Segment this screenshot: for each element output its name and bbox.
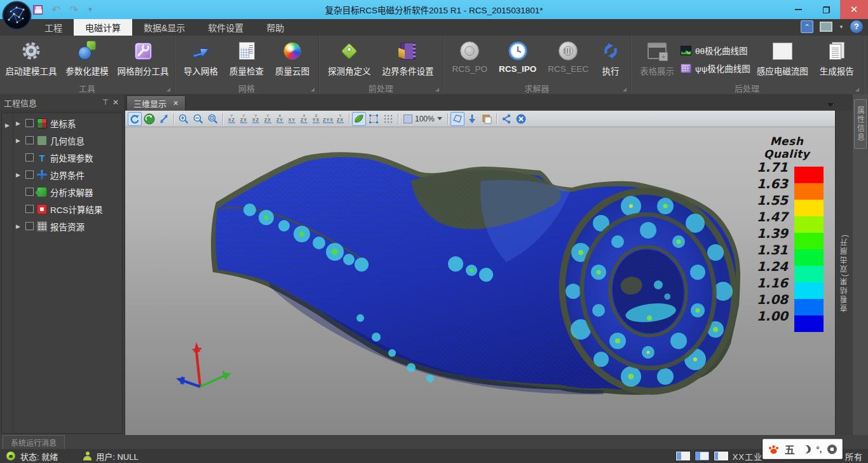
share-flow-button[interactable] (499, 112, 513, 126)
tab-close-icon[interactable]: ✕ (173, 99, 179, 107)
execute-button[interactable]: 执行 (595, 38, 627, 80)
view-orientation-button[interactable]: YZX (334, 113, 346, 125)
tab-em-computation[interactable]: 电磁计算 (74, 19, 132, 36)
tree-root-gutter[interactable]: ▶ (2, 113, 13, 433)
pin-icon[interactable]: ⊤ (100, 98, 111, 107)
tree-checkbox[interactable] (25, 119, 34, 127)
ime-mode-label[interactable]: 五 (785, 441, 795, 457)
view-orientation-button[interactable]: XZY (274, 113, 286, 125)
view-orientation-button[interactable]: ZYX (310, 113, 322, 125)
tree-checkbox[interactable] (25, 136, 34, 144)
layout-narrow-panel-icon[interactable] (714, 451, 729, 461)
display-dropdown-icon[interactable]: ▼ (839, 24, 844, 30)
tree-item[interactable]: ▶ 报告资源 (13, 218, 122, 235)
collapse-ribbon-icon[interactable]: ⌃ (801, 20, 813, 33)
tree-checkbox[interactable] (25, 222, 34, 230)
generate-report-button[interactable]: 生成报告 (815, 38, 859, 80)
tree-item[interactable]: ▶ 边界条件 (13, 166, 122, 183)
orbit-view-button[interactable] (142, 112, 156, 126)
rcs-ipo-button[interactable]: RCS_IPO (494, 38, 541, 80)
ime-paw-icon[interactable] (768, 445, 779, 454)
minimize-button[interactable] (784, 0, 812, 19)
expander-icon[interactable]: ▶ (16, 172, 22, 178)
mesh-partition-tool-button[interactable]: 网格剖分工具 (116, 38, 170, 80)
copy-view-button[interactable] (480, 112, 494, 126)
restore-button[interactable] (812, 0, 840, 19)
tab-3d-display[interactable]: 三维显示✕ (126, 95, 186, 111)
arrow-down-button[interactable] (465, 112, 479, 126)
close-view-button[interactable] (514, 112, 528, 126)
quality-cloud-button[interactable]: 质量云图 (270, 38, 315, 80)
view-orientation-button[interactable]: ZYX (322, 113, 334, 125)
view-orientation-button[interactable]: YZX (262, 113, 274, 125)
zoom-level-value: 100% (415, 114, 435, 123)
close-button[interactable]: ✕ (840, 0, 868, 19)
tree-item[interactable]: ▶ 前处理参数 (13, 149, 122, 166)
import-mesh-button[interactable]: 导入网格 (179, 38, 223, 80)
tab-project[interactable]: 工程 (33, 19, 74, 36)
status-ready-icon (6, 452, 15, 460)
panel-close-icon[interactable]: ✕ (111, 98, 121, 107)
pan-view-button[interactable] (157, 112, 171, 126)
tab-data-display[interactable]: 数据&显示 (132, 19, 196, 36)
layout-split-panel-icon[interactable] (695, 451, 710, 461)
layout-left-panel-icon[interactable] (675, 451, 691, 461)
tab-help[interactable]: 帮助 (255, 19, 295, 36)
tree-checkbox[interactable] (25, 205, 34, 213)
tree-item[interactable]: ▶ 分析求解器 (13, 183, 122, 200)
expander-icon[interactable]: ▶ (16, 120, 22, 127)
launch-modeling-tool-button[interactable]: 启动建模工具 (4, 38, 58, 80)
points-mode-button[interactable] (381, 112, 395, 126)
rcs-po-button[interactable]: RCS_PO (447, 38, 493, 80)
view-orientation-button[interactable]: XZY (298, 113, 310, 125)
tree-checkbox[interactable] (25, 170, 34, 179)
tree-checkbox[interactable] (25, 153, 34, 162)
zoom-level-control[interactable]: 100% (401, 114, 445, 123)
zoom-in-icon[interactable] (177, 112, 191, 126)
zoom-out-icon[interactable] (191, 112, 205, 126)
collapsed-results-panel[interactable]: 查看结果(双击展开) (835, 111, 853, 435)
psi-polarization-curve-button[interactable]: ψψ极化曲线图 (681, 62, 750, 74)
help-icon[interactable]: ? (850, 20, 863, 33)
theta-polarization-curve-button[interactable]: θθ极化曲线图 (681, 44, 750, 57)
tree-item[interactable]: ▶ 坐标系 (13, 114, 122, 132)
expander-icon[interactable]: ▶ (16, 137, 22, 144)
boundary-condition-settings-button[interactable]: 边界条件设置 (377, 38, 439, 80)
panel-title: 工程信息 (4, 97, 100, 109)
wireframe-mode-button[interactable] (367, 112, 381, 126)
rotate-view-button[interactable] (128, 112, 142, 126)
zoom-fit-icon[interactable] (206, 112, 220, 126)
probe-angle-define-button[interactable]: 探测角定义 (323, 38, 376, 80)
polygon-select-button[interactable] (451, 112, 465, 126)
tree-item[interactable]: ▶ 几何信息 (13, 132, 122, 149)
tree-checkbox[interactable] (25, 188, 34, 196)
legend-value: 1.08 (747, 292, 788, 308)
parametric-modeling-button[interactable]: 参数化建模 (60, 38, 114, 80)
photo-icon (771, 40, 793, 62)
view-orientation-button[interactable]: YXZ (250, 113, 262, 125)
ime-gear-icon[interactable] (827, 445, 837, 454)
group-label-mesh: 网格 (238, 82, 255, 94)
view-orientation-button[interactable]: YXZ (226, 113, 238, 125)
viewport-3d[interactable]: Mesh Quality 1.71 (125, 127, 835, 435)
zoom-dropdown-icon[interactable] (437, 117, 442, 120)
induced-current-map-button[interactable]: 感应电磁流图 (752, 38, 813, 80)
rcs-eec-button[interactable]: RCS_EEC (543, 38, 593, 80)
tab-overflow-icon[interactable] (827, 103, 834, 107)
shaded-mode-button[interactable] (352, 112, 366, 126)
view-orientation-button[interactable]: XY (286, 113, 298, 125)
ime-toolbar[interactable]: 五 °, (763, 439, 843, 459)
ime-punctuation-label[interactable]: °, (816, 445, 822, 454)
expander-icon[interactable]: ▶ (16, 223, 22, 230)
ribbon-group-preprocess: 探测角定义 边界条件设置 前处理 (319, 36, 444, 94)
ime-moon-icon[interactable] (800, 445, 808, 453)
tab-software-settings[interactable]: 软件设置 (196, 19, 255, 36)
tree-item[interactable]: ▶ RCS计算结果 (13, 200, 122, 218)
quality-check-button[interactable]: 质量检查 (224, 38, 269, 80)
system-messages-tab[interactable]: 系统运行消息 (3, 435, 65, 449)
view-orientation-button[interactable]: YZX (238, 113, 250, 125)
table-display-button[interactable]: 表格展示 (635, 38, 679, 80)
properties-dock-tab[interactable]: 属性信息 (854, 99, 867, 149)
app-logo[interactable] (2, 1, 32, 31)
display-icon[interactable] (820, 22, 832, 32)
